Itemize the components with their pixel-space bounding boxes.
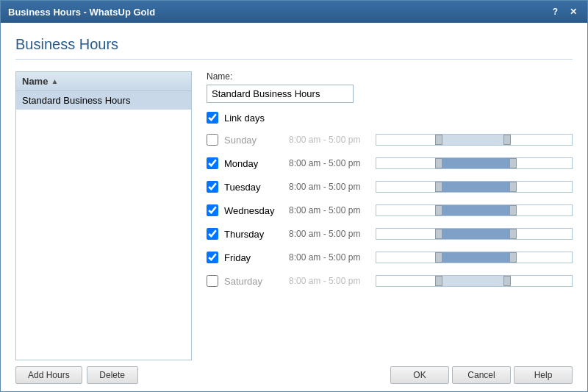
slider-track-sunday[interactable] — [376, 134, 573, 146]
day-time-thursday: 8:00 am - 5:00 pm — [289, 229, 370, 239]
day-checkbox-saturday[interactable] — [207, 275, 218, 287]
slider-thumb-start-tuesday[interactable] — [435, 182, 442, 192]
slider-track-friday[interactable] — [376, 252, 573, 263]
name-input[interactable] — [207, 85, 354, 103]
delete-button[interactable]: Delete — [87, 366, 138, 384]
day-time-tuesday: 8:00 am - 5:00 pm — [289, 182, 370, 192]
day-row-friday: Friday8:00 am - 5:00 pm — [207, 247, 573, 268]
slider-thumb-end-sunday[interactable] — [503, 135, 511, 145]
slider-thumb-start-saturday[interactable] — [435, 276, 442, 286]
link-days-label: Link days — [224, 113, 265, 124]
slider-fill-sunday — [435, 135, 503, 145]
day-name-tuesday: Tuesday — [224, 182, 283, 193]
day-checkbox-friday[interactable] — [207, 252, 218, 263]
slider-track-thursday[interactable] — [376, 228, 573, 240]
day-time-saturday: 8:00 am - 5:00 pm — [289, 276, 370, 286]
slider-thumb-end-tuesday[interactable] — [509, 182, 517, 192]
day-time-wednesday: 8:00 am - 5:00 pm — [289, 205, 370, 215]
slider-track-tuesday[interactable] — [376, 181, 573, 193]
slider-thumb-end-wednesday[interactable] — [509, 205, 517, 215]
page-title: Business Hours — [15, 36, 573, 60]
slider-track-saturday[interactable] — [376, 275, 573, 287]
day-checkbox-sunday[interactable] — [207, 134, 218, 146]
slider-fill-monday — [435, 158, 509, 168]
bottom-right-buttons: OK Cancel Help — [207, 366, 573, 384]
day-checkbox-wednesday[interactable] — [207, 204, 218, 216]
content-area: Business Hours Name ▲ Standard Business … — [1, 23, 587, 391]
day-name-wednesday: Wednesday — [224, 205, 283, 216]
title-bar: Business Hours - WhatsUp Gold ? ✕ — [1, 1, 587, 23]
days-container: Sunday8:00 am - 5:00 pmMonday8:00 am - 5… — [207, 129, 573, 291]
slider-thumb-start-wednesday[interactable] — [435, 205, 442, 215]
ok-button[interactable]: OK — [390, 366, 449, 384]
slider-thumb-start-sunday[interactable] — [435, 135, 442, 145]
main-window: Business Hours - WhatsUp Gold ? ✕ Busine… — [0, 0, 588, 392]
sort-arrow-icon: ▲ — [51, 77, 58, 85]
day-row-sunday: Sunday8:00 am - 5:00 pm — [207, 129, 573, 150]
day-checkbox-monday[interactable] — [207, 157, 218, 169]
day-name-thursday: Thursday — [224, 229, 283, 240]
day-time-friday: 8:00 am - 5:00 pm — [289, 252, 370, 263]
slider-thumb-start-monday[interactable] — [435, 158, 442, 168]
day-row-tuesday: Tuesday8:00 am - 5:00 pm — [207, 177, 573, 197]
slider-fill-tuesday — [435, 182, 509, 192]
list-item[interactable]: Standard Business Hours — [16, 91, 191, 110]
list-header: Name ▲ — [16, 72, 191, 91]
day-row-thursday: Thursday8:00 am - 5:00 pm — [207, 224, 573, 244]
day-checkbox-thursday[interactable] — [207, 228, 218, 240]
slider-thumb-end-monday[interactable] — [509, 158, 517, 168]
left-panel: Name ▲ Standard Business Hours Add Hours… — [15, 71, 192, 384]
main-area: Name ▲ Standard Business Hours Add Hours… — [15, 71, 573, 384]
slider-fill-thursday — [435, 229, 509, 239]
day-name-saturday: Saturday — [224, 276, 283, 287]
help-window-button[interactable]: ? — [550, 7, 561, 17]
slider-thumb-start-thursday[interactable] — [435, 229, 442, 239]
window-title: Business Hours - WhatsUp Gold — [8, 7, 155, 18]
day-name-friday: Friday — [224, 252, 283, 263]
hours-list-container: Name ▲ Standard Business Hours — [15, 71, 192, 360]
add-hours-button[interactable]: Add Hours — [15, 366, 82, 384]
day-time-monday: 8:00 am - 5:00 pm — [289, 158, 370, 168]
cancel-button[interactable]: Cancel — [452, 366, 511, 384]
slider-fill-saturday — [435, 276, 503, 286]
name-field-label: Name: — [207, 71, 573, 82]
day-time-sunday: 8:00 am - 5:00 pm — [289, 135, 370, 145]
slider-fill-friday — [435, 252, 509, 263]
day-row-saturday: Saturday8:00 am - 5:00 pm — [207, 271, 573, 291]
slider-thumb-end-saturday[interactable] — [503, 276, 511, 286]
day-row-monday: Monday8:00 am - 5:00 pm — [207, 153, 573, 174]
link-days-row: Link days — [207, 112, 573, 124]
slider-track-wednesday[interactable] — [376, 204, 573, 216]
right-panel: Name: Link days Sunday8:00 am - 5:00 pmM… — [207, 71, 573, 384]
day-checkbox-tuesday[interactable] — [207, 181, 218, 193]
slider-thumb-end-thursday[interactable] — [509, 229, 517, 239]
day-row-wednesday: Wednesday8:00 am - 5:00 pm — [207, 200, 573, 221]
slider-track-monday[interactable] — [376, 157, 573, 169]
link-days-checkbox[interactable] — [207, 112, 218, 124]
day-name-sunday: Sunday — [224, 135, 283, 146]
list-header-label: Name — [22, 76, 48, 87]
slider-thumb-start-friday[interactable] — [435, 252, 442, 263]
help-button[interactable]: Help — [514, 366, 573, 384]
close-window-button[interactable]: ✕ — [567, 7, 580, 17]
slider-thumb-end-friday[interactable] — [509, 252, 517, 263]
title-bar-controls: ? ✕ — [550, 7, 580, 17]
slider-fill-wednesday — [435, 205, 509, 215]
day-name-monday: Monday — [224, 158, 283, 169]
days-section: Link days Sunday8:00 am - 5:00 pmMonday8… — [207, 112, 573, 359]
list-action-buttons: Add Hours Delete — [15, 366, 192, 384]
